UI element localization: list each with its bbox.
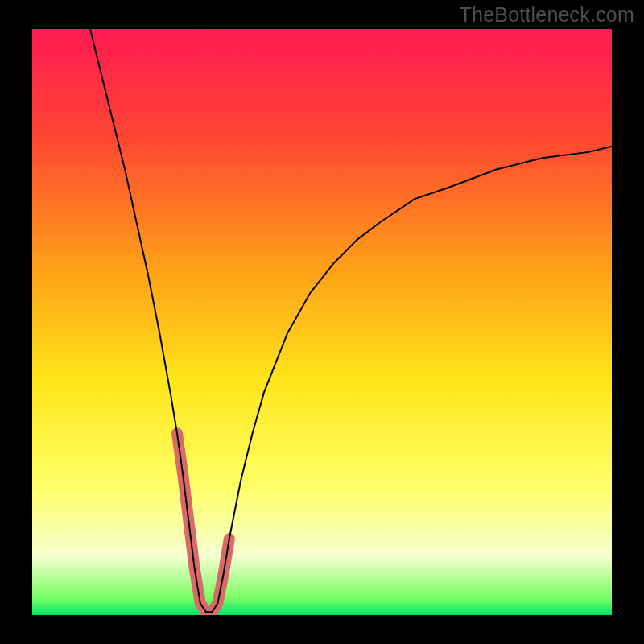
gradient-background	[32, 29, 612, 615]
chart-svg	[32, 29, 612, 615]
plot-area	[32, 29, 612, 615]
chart-frame: TheBottleneck.com	[0, 0, 644, 644]
watermark-text: TheBottleneck.com	[460, 3, 634, 27]
